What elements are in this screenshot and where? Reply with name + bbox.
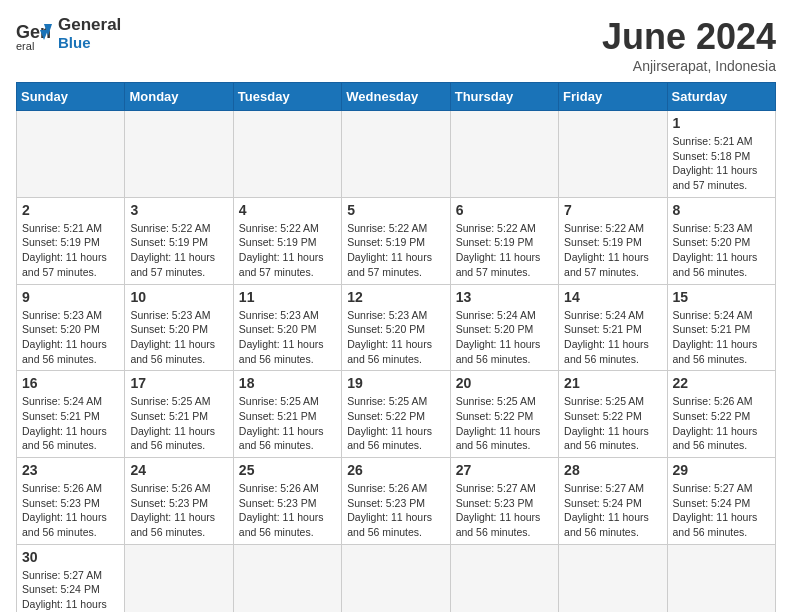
day-info: Sunrise: 5:27 AMSunset: 5:23 PMDaylight:…: [456, 481, 553, 540]
calendar-day-cell: [233, 111, 341, 198]
day-number: 23: [22, 462, 119, 478]
header: Gen eral Blue General Blue June 2024 Anj…: [16, 16, 776, 74]
weekday-header-thursday: Thursday: [450, 83, 558, 111]
day-number: 14: [564, 289, 661, 305]
day-info: Sunrise: 5:24 AMSunset: 5:21 PMDaylight:…: [673, 308, 770, 367]
calendar-week-row: 2Sunrise: 5:21 AMSunset: 5:19 PMDaylight…: [17, 197, 776, 284]
weekday-header-sunday: Sunday: [17, 83, 125, 111]
calendar-day-cell: 4Sunrise: 5:22 AMSunset: 5:19 PMDaylight…: [233, 197, 341, 284]
calendar-day-cell: 7Sunrise: 5:22 AMSunset: 5:19 PMDaylight…: [559, 197, 667, 284]
day-info: Sunrise: 5:27 AMSunset: 5:24 PMDaylight:…: [673, 481, 770, 540]
svg-text:eral: eral: [16, 40, 34, 52]
day-number: 12: [347, 289, 444, 305]
day-number: 21: [564, 375, 661, 391]
day-number: 9: [22, 289, 119, 305]
location-subtitle: Anjirserapat, Indonesia: [602, 58, 776, 74]
logo-blue-text: Blue: [58, 35, 121, 52]
day-info: Sunrise: 5:27 AMSunset: 5:24 PMDaylight:…: [564, 481, 661, 540]
weekday-header-tuesday: Tuesday: [233, 83, 341, 111]
day-number: 30: [22, 549, 119, 565]
day-info: Sunrise: 5:26 AMSunset: 5:22 PMDaylight:…: [673, 394, 770, 453]
calendar-day-cell: [667, 544, 775, 612]
calendar-day-cell: 16Sunrise: 5:24 AMSunset: 5:21 PMDayligh…: [17, 371, 125, 458]
day-number: 15: [673, 289, 770, 305]
calendar-day-cell: 21Sunrise: 5:25 AMSunset: 5:22 PMDayligh…: [559, 371, 667, 458]
calendar-day-cell: 17Sunrise: 5:25 AMSunset: 5:21 PMDayligh…: [125, 371, 233, 458]
calendar-day-cell: [342, 544, 450, 612]
weekday-header-monday: Monday: [125, 83, 233, 111]
day-info: Sunrise: 5:23 AMSunset: 5:20 PMDaylight:…: [22, 308, 119, 367]
calendar-week-row: 30Sunrise: 5:27 AMSunset: 5:24 PMDayligh…: [17, 544, 776, 612]
month-title: June 2024: [602, 16, 776, 58]
day-number: 22: [673, 375, 770, 391]
calendar-day-cell: 15Sunrise: 5:24 AMSunset: 5:21 PMDayligh…: [667, 284, 775, 371]
day-info: Sunrise: 5:23 AMSunset: 5:20 PMDaylight:…: [347, 308, 444, 367]
calendar-day-cell: 2Sunrise: 5:21 AMSunset: 5:19 PMDaylight…: [17, 197, 125, 284]
calendar-day-cell: [559, 111, 667, 198]
calendar-day-cell: 22Sunrise: 5:26 AMSunset: 5:22 PMDayligh…: [667, 371, 775, 458]
calendar-day-cell: [233, 544, 341, 612]
day-number: 25: [239, 462, 336, 478]
weekday-header-row: SundayMondayTuesdayWednesdayThursdayFrid…: [17, 83, 776, 111]
day-info: Sunrise: 5:21 AMSunset: 5:19 PMDaylight:…: [22, 221, 119, 280]
day-number: 11: [239, 289, 336, 305]
calendar-day-cell: [450, 111, 558, 198]
day-number: 6: [456, 202, 553, 218]
calendar-day-cell: 12Sunrise: 5:23 AMSunset: 5:20 PMDayligh…: [342, 284, 450, 371]
calendar-day-cell: 23Sunrise: 5:26 AMSunset: 5:23 PMDayligh…: [17, 458, 125, 545]
day-info: Sunrise: 5:22 AMSunset: 5:19 PMDaylight:…: [564, 221, 661, 280]
day-number: 26: [347, 462, 444, 478]
calendar-day-cell: 26Sunrise: 5:26 AMSunset: 5:23 PMDayligh…: [342, 458, 450, 545]
day-info: Sunrise: 5:23 AMSunset: 5:20 PMDaylight:…: [673, 221, 770, 280]
day-number: 10: [130, 289, 227, 305]
day-info: Sunrise: 5:26 AMSunset: 5:23 PMDaylight:…: [347, 481, 444, 540]
day-info: Sunrise: 5:24 AMSunset: 5:21 PMDaylight:…: [564, 308, 661, 367]
calendar-day-cell: 14Sunrise: 5:24 AMSunset: 5:21 PMDayligh…: [559, 284, 667, 371]
calendar-week-row: 23Sunrise: 5:26 AMSunset: 5:23 PMDayligh…: [17, 458, 776, 545]
day-info: Sunrise: 5:27 AMSunset: 5:24 PMDaylight:…: [22, 568, 119, 612]
calendar-day-cell: [125, 111, 233, 198]
day-number: 5: [347, 202, 444, 218]
day-info: Sunrise: 5:25 AMSunset: 5:21 PMDaylight:…: [239, 394, 336, 453]
day-info: Sunrise: 5:25 AMSunset: 5:22 PMDaylight:…: [456, 394, 553, 453]
day-number: 13: [456, 289, 553, 305]
day-info: Sunrise: 5:21 AMSunset: 5:18 PMDaylight:…: [673, 134, 770, 193]
day-info: Sunrise: 5:22 AMSunset: 5:19 PMDaylight:…: [130, 221, 227, 280]
calendar-day-cell: 13Sunrise: 5:24 AMSunset: 5:20 PMDayligh…: [450, 284, 558, 371]
title-block: June 2024 Anjirserapat, Indonesia: [602, 16, 776, 74]
logo-icon: Gen eral Blue: [16, 16, 52, 52]
day-number: 17: [130, 375, 227, 391]
calendar-week-row: 16Sunrise: 5:24 AMSunset: 5:21 PMDayligh…: [17, 371, 776, 458]
day-info: Sunrise: 5:25 AMSunset: 5:22 PMDaylight:…: [347, 394, 444, 453]
calendar-day-cell: 28Sunrise: 5:27 AMSunset: 5:24 PMDayligh…: [559, 458, 667, 545]
calendar-day-cell: 8Sunrise: 5:23 AMSunset: 5:20 PMDaylight…: [667, 197, 775, 284]
calendar-day-cell: 6Sunrise: 5:22 AMSunset: 5:19 PMDaylight…: [450, 197, 558, 284]
day-number: 29: [673, 462, 770, 478]
day-number: 28: [564, 462, 661, 478]
day-info: Sunrise: 5:25 AMSunset: 5:21 PMDaylight:…: [130, 394, 227, 453]
day-number: 24: [130, 462, 227, 478]
calendar-day-cell: [559, 544, 667, 612]
weekday-header-saturday: Saturday: [667, 83, 775, 111]
calendar-day-cell: 5Sunrise: 5:22 AMSunset: 5:19 PMDaylight…: [342, 197, 450, 284]
calendar-day-cell: 25Sunrise: 5:26 AMSunset: 5:23 PMDayligh…: [233, 458, 341, 545]
day-info: Sunrise: 5:22 AMSunset: 5:19 PMDaylight:…: [347, 221, 444, 280]
calendar-day-cell: [342, 111, 450, 198]
weekday-header-friday: Friday: [559, 83, 667, 111]
weekday-header-wednesday: Wednesday: [342, 83, 450, 111]
day-number: 8: [673, 202, 770, 218]
calendar-day-cell: 27Sunrise: 5:27 AMSunset: 5:23 PMDayligh…: [450, 458, 558, 545]
day-info: Sunrise: 5:22 AMSunset: 5:19 PMDaylight:…: [456, 221, 553, 280]
calendar-week-row: 1Sunrise: 5:21 AMSunset: 5:18 PMDaylight…: [17, 111, 776, 198]
day-number: 27: [456, 462, 553, 478]
day-info: Sunrise: 5:23 AMSunset: 5:20 PMDaylight:…: [130, 308, 227, 367]
day-number: 20: [456, 375, 553, 391]
day-info: Sunrise: 5:22 AMSunset: 5:19 PMDaylight:…: [239, 221, 336, 280]
day-number: 3: [130, 202, 227, 218]
calendar-day-cell: [17, 111, 125, 198]
day-number: 2: [22, 202, 119, 218]
day-number: 19: [347, 375, 444, 391]
calendar-day-cell: 9Sunrise: 5:23 AMSunset: 5:20 PMDaylight…: [17, 284, 125, 371]
calendar-day-cell: 10Sunrise: 5:23 AMSunset: 5:20 PMDayligh…: [125, 284, 233, 371]
day-info: Sunrise: 5:23 AMSunset: 5:20 PMDaylight:…: [239, 308, 336, 367]
